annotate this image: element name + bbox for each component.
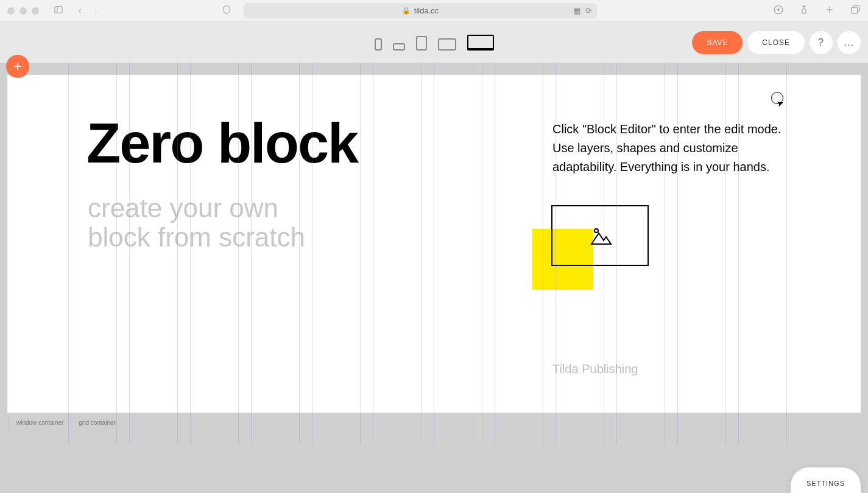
more-button[interactable]: ... (838, 31, 861, 54)
downloads-icon[interactable] (773, 4, 784, 18)
sidebar-toggle-icon[interactable] (54, 5, 63, 17)
description-text[interactable]: Click "Block Editor" to enter the edit m… (552, 120, 790, 177)
chrome-right-icons (773, 4, 861, 18)
artboard[interactable]: Zero block create your own block from sc… (7, 75, 861, 413)
forward-button[interactable]: › (94, 4, 97, 17)
browser-chrome: ‹ › 🔒 tilda.cc ▦ ⟳ (0, 0, 868, 22)
traffic-lights (7, 7, 39, 15)
url-text: tilda.cc (414, 6, 439, 15)
back-button[interactable]: ‹ (78, 4, 82, 17)
minimize-window-icon[interactable] (19, 7, 27, 15)
new-tab-icon[interactable] (824, 4, 835, 18)
canvas-area[interactable]: Zero block create your own block from sc… (0, 63, 868, 493)
device-tablet-landscape-icon[interactable] (438, 38, 456, 51)
save-button[interactable]: SAVE (692, 31, 743, 54)
url-bar[interactable]: 🔒 tilda.cc ▦ ⟳ (244, 3, 597, 19)
svg-rect-5 (852, 7, 858, 13)
device-phone-icon[interactable] (375, 38, 382, 51)
image-placeholder[interactable] (551, 205, 649, 266)
svg-point-6 (595, 229, 598, 233)
add-element-button[interactable]: + (6, 55, 29, 78)
reload-icon[interactable]: ⟳ (585, 6, 592, 15)
device-desktop-icon[interactable] (467, 35, 494, 51)
device-tablet-icon[interactable] (416, 36, 427, 51)
share-icon[interactable] (799, 4, 810, 18)
help-button[interactable]: ? (810, 31, 833, 54)
translate-icon[interactable]: ▦ (573, 6, 580, 15)
close-button[interactable]: CLOSE (747, 31, 805, 54)
nav-arrows: ‹ › (78, 4, 97, 17)
caption-text[interactable]: Tilda Publishing (552, 362, 638, 376)
device-preview-switcher (375, 35, 494, 51)
close-window-icon[interactable] (7, 7, 15, 15)
image-placeholder-icon (588, 223, 612, 248)
lock-icon: 🔒 (402, 7, 411, 15)
editor-toolbar: + SAVE CLOSE ? ... (0, 22, 868, 63)
container-labels: window container grid container (9, 416, 123, 430)
maximize-window-icon[interactable] (32, 7, 39, 15)
grid-container-label[interactable]: grid container (71, 416, 123, 430)
cursor-arrow-icon: ➤ (775, 97, 786, 108)
device-phone-landscape-icon[interactable] (393, 43, 405, 51)
settings-button[interactable]: SETTINGS (791, 467, 861, 493)
subheading-text[interactable]: create your own block from scratch (88, 194, 305, 253)
toolbar-actions: SAVE CLOSE ? ... (692, 31, 861, 54)
window-container-label[interactable]: window container (9, 416, 71, 430)
privacy-shield-icon[interactable] (222, 5, 231, 17)
svg-rect-0 (55, 6, 62, 13)
tabs-icon[interactable] (850, 4, 861, 18)
heading-text[interactable]: Zero block (86, 111, 358, 175)
